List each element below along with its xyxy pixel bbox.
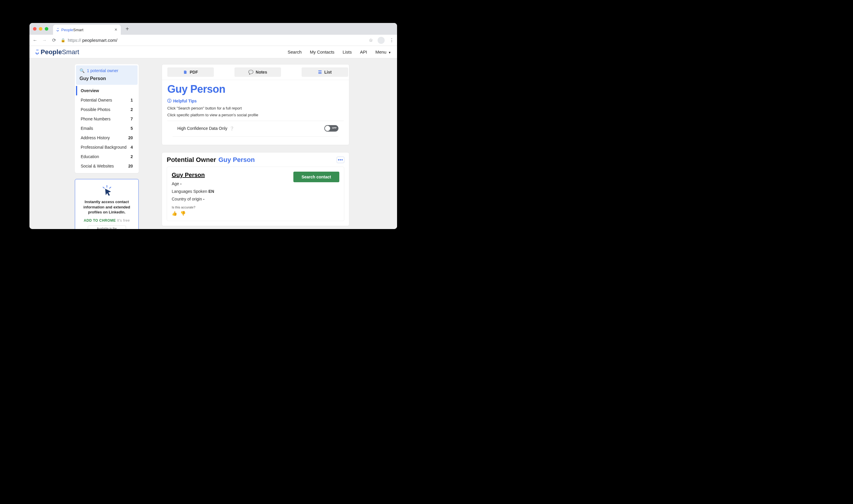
logo[interactable]: ᴗ̈ PeopleSmart: [35, 48, 79, 56]
sidebar-nav: Overview Potential Owners1 Possible Phot…: [76, 85, 138, 172]
notes-icon: 💬: [248, 70, 253, 74]
sidebar-item-overview[interactable]: Overview: [76, 86, 138, 95]
back-icon[interactable]: ←: [32, 38, 38, 43]
kv-languages: Languages Spoken EN: [172, 189, 214, 194]
thumbs-up-icon[interactable]: 👍: [172, 211, 177, 216]
close-tab-icon[interactable]: ×: [114, 27, 117, 32]
bookmark-icon[interactable]: ☆: [369, 37, 373, 43]
confidence-toggle[interactable]: OFF: [324, 125, 338, 131]
sidebar-item-emails[interactable]: Emails5: [76, 124, 138, 133]
reload-icon[interactable]: ⟳: [51, 37, 56, 43]
kebab-menu-icon[interactable]: ⋮: [389, 37, 394, 43]
add-to-chrome-link[interactable]: ADD TO CHROME It's free: [79, 218, 134, 222]
sidebar-item-possible-photos[interactable]: Possible Photos2: [76, 105, 138, 114]
sidebar-item-phone-numbers[interactable]: Phone Numbers7: [76, 114, 138, 124]
address-field[interactable]: 🔒 https:// peoplesmart.com/: [61, 38, 365, 43]
pdf-button[interactable]: 🗎PDF: [167, 68, 214, 77]
thumbs-down-icon[interactable]: 👎: [180, 211, 186, 216]
tool-row: 🗎PDF 💬Notes ☰List: [162, 65, 349, 80]
more-menu-button[interactable]: •••: [337, 157, 344, 163]
help-icon[interactable]: ❔: [229, 126, 234, 131]
tip-line-1: Click "Search person" button for a full …: [167, 106, 344, 110]
pdf-icon: 🗎: [183, 70, 187, 74]
owner-pill: 🔍1 potential owner Guy Person: [76, 65, 138, 85]
sidebar-item-professional-background[interactable]: Professional Background4: [76, 143, 138, 152]
browser-window: ᴗ̈ PeopleSmart × + ← → ⟳ 🔒 https:// peop…: [30, 23, 397, 229]
chrome-store-badge[interactable]: Available in the: [88, 226, 126, 229]
browser-tab[interactable]: ᴗ̈ PeopleSmart ×: [53, 25, 121, 35]
sidebar-item-education[interactable]: Education2: [76, 152, 138, 161]
nav-my-contacts[interactable]: My Contacts: [310, 50, 334, 54]
top-nav: Search My Contacts Lists API Menu ▼: [287, 50, 391, 54]
main-column: 🗎PDF 💬Notes ☰List Guy Person ⓘHelpful Ti…: [162, 64, 349, 229]
favicon-icon: ᴗ̈: [56, 28, 59, 32]
notes-button[interactable]: 💬Notes: [234, 68, 281, 77]
nav-menu[interactable]: Menu ▼: [375, 50, 391, 54]
tab-title: PeopleSmart: [61, 28, 83, 32]
po-name-link[interactable]: Guy Person: [172, 172, 214, 178]
svg-line-1: [103, 187, 105, 188]
promo-card: Instantly access contact information and…: [75, 179, 139, 229]
magnifier-icon: 🔍: [79, 68, 85, 73]
nav-lists[interactable]: Lists: [342, 50, 352, 54]
new-tab-button[interactable]: +: [123, 25, 131, 33]
maximize-window-icon[interactable]: [45, 27, 48, 31]
list-button[interactable]: ☰List: [302, 68, 348, 77]
lock-icon: 🔒: [61, 38, 65, 42]
confidence-label: High Confidence Data Only ❔: [177, 126, 234, 131]
hero-card: 🗎PDF 💬Notes ☰List Guy Person ⓘHelpful Ti…: [162, 64, 349, 145]
cursor-click-icon: [101, 184, 113, 196]
sidebar-item-potential-owners[interactable]: Potential Owners1: [76, 95, 138, 105]
owner-name: Guy Person: [79, 76, 134, 81]
list-icon: ☰: [318, 70, 322, 74]
forward-icon[interactable]: →: [42, 38, 47, 43]
po-heading-name: Guy Person: [218, 156, 254, 164]
svg-line-2: [109, 187, 111, 188]
minimize-window-icon[interactable]: [39, 27, 42, 31]
caret-down-icon: ▼: [388, 51, 391, 54]
sidebar-item-social-websites[interactable]: Social & Websites20: [76, 161, 138, 171]
nav-api[interactable]: API: [360, 50, 367, 54]
tab-bar: ᴗ̈ PeopleSmart × +: [30, 23, 397, 35]
close-window-icon[interactable]: [33, 27, 37, 31]
window-controls: [33, 27, 48, 31]
nav-search[interactable]: Search: [287, 50, 302, 54]
search-contact-button[interactable]: Search contact: [294, 172, 339, 182]
potential-owner-card: Potential Owner Guy Person ••• Guy Perso…: [162, 152, 349, 226]
accuracy-label: Is this accurate?: [172, 205, 214, 209]
promo-text: Instantly access contact information and…: [79, 199, 134, 215]
sidebar-card: 🔍1 potential owner Guy Person Overview P…: [75, 64, 139, 173]
logo-icon: ᴗ̈: [35, 49, 39, 56]
helpful-tips-label: ⓘHelpful Tips: [167, 98, 344, 104]
kv-country: Country of origin -: [172, 197, 214, 201]
sidebar: 🔍1 potential owner Guy Person Overview P…: [75, 64, 139, 229]
profile-avatar[interactable]: [378, 37, 385, 44]
person-title: Guy Person: [167, 83, 344, 95]
page-body: 🔍1 potential owner Guy Person Overview P…: [30, 58, 397, 229]
owner-count: 🔍1 potential owner: [79, 68, 134, 73]
kv-age: Age -: [172, 181, 214, 186]
po-heading: Potential Owner: [167, 156, 216, 164]
url-bar: ← → ⟳ 🔒 https:// peoplesmart.com/ ☆ ⋮: [30, 35, 397, 46]
tip-line-2: Click specific platform to view a person…: [167, 113, 344, 117]
sidebar-item-address-history[interactable]: Address History20: [76, 133, 138, 143]
app-header: ᴗ̈ PeopleSmart Search My Contacts Lists …: [30, 46, 397, 58]
info-icon: ⓘ: [167, 98, 172, 104]
